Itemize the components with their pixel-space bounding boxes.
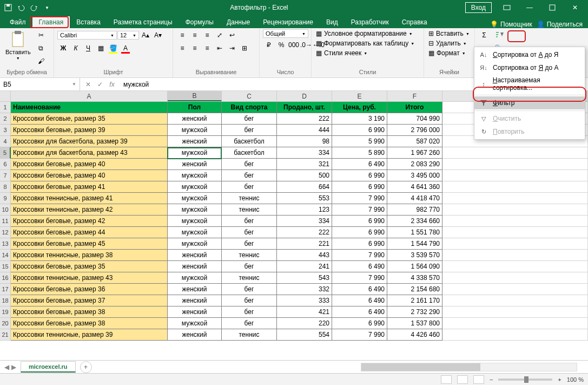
- tab-view[interactable]: Вид: [320, 16, 345, 28]
- data-cell[interactable]: 98: [277, 136, 332, 147]
- data-cell[interactable]: 334: [277, 147, 332, 159]
- row-header[interactable]: 16: [0, 272, 11, 284]
- align-bottom-icon[interactable]: ≡: [201, 29, 213, 41]
- tab-insert[interactable]: Вставка: [70, 16, 107, 28]
- data-cell[interactable]: 1 551 780: [387, 227, 442, 238]
- data-cell[interactable]: 7 990: [332, 204, 387, 216]
- row-header[interactable]: 19: [0, 306, 11, 318]
- data-cell[interactable]: 6 490: [332, 159, 387, 170]
- data-cell[interactable]: 3 190: [332, 113, 387, 125]
- row-header[interactable]: 18: [0, 295, 11, 306]
- format-as-table-button[interactable]: ▦Форматировать как таблицу▼: [315, 39, 415, 48]
- tab-help[interactable]: Справка: [395, 16, 434, 28]
- italic-icon[interactable]: К: [70, 42, 82, 54]
- zoom-out-icon[interactable]: −: [490, 376, 493, 383]
- data-cell[interactable]: Кроссовки беговые, размер 39: [11, 125, 168, 136]
- align-center-icon[interactable]: ≡: [189, 42, 201, 54]
- currency-icon[interactable]: ₽: [263, 39, 275, 51]
- number-format-combo[interactable]: Общий▼: [263, 29, 308, 38]
- data-cell[interactable]: 3 539 570: [387, 250, 442, 261]
- row-header[interactable]: 3: [0, 125, 11, 136]
- data-cell[interactable]: 3 495 000: [387, 170, 442, 181]
- header-cell[interactable]: Пол: [168, 102, 222, 113]
- data-cell[interactable]: Кроссовки беговые, размер 42: [11, 216, 168, 227]
- data-cell[interactable]: бег: [222, 125, 277, 136]
- row-header[interactable]: 8: [0, 181, 11, 193]
- prev-sheet-icon[interactable]: ◀: [4, 363, 9, 371]
- fill-color-icon[interactable]: 🪣: [107, 42, 119, 54]
- row-header[interactable]: 7: [0, 170, 11, 181]
- share-button[interactable]: 👤Поделиться: [537, 21, 583, 28]
- close-icon[interactable]: ✕: [564, 1, 586, 14]
- data-cell[interactable]: 4 426 460: [387, 329, 442, 341]
- data-cell[interactable]: 241: [277, 261, 332, 272]
- data-cell[interactable]: бег: [222, 227, 277, 238]
- row-header[interactable]: 2: [0, 113, 11, 125]
- cut-icon[interactable]: ✂: [35, 29, 47, 41]
- data-cell[interactable]: мужской: [168, 318, 222, 329]
- select-all-corner[interactable]: [0, 91, 11, 101]
- font-size-combo[interactable]: 12▼: [117, 31, 139, 40]
- page-layout-view-icon[interactable]: [457, 375, 468, 384]
- zoom-level[interactable]: 100 %: [567, 376, 584, 383]
- data-cell[interactable]: женский: [168, 113, 222, 125]
- data-cell[interactable]: Кроссовки теннисные, размер 38: [11, 250, 168, 261]
- font-name-combo[interactable]: Calibri▼: [57, 31, 117, 40]
- sort-filter-button[interactable]: [492, 29, 507, 41]
- data-cell[interactable]: бег: [222, 181, 277, 193]
- data-cell[interactable]: 1 544 790: [387, 238, 442, 250]
- col-header-C[interactable]: C: [222, 91, 277, 101]
- data-cell[interactable]: 332: [277, 284, 332, 295]
- sort-custom-item[interactable]: ↕Настраиваемая сортировка...: [474, 74, 585, 94]
- data-cell[interactable]: мужской: [168, 238, 222, 250]
- header-cell[interactable]: Продано, шт.: [277, 102, 332, 113]
- undo-icon[interactable]: [15, 2, 27, 14]
- data-cell[interactable]: Кроссовки теннисные, размер 42: [11, 204, 168, 216]
- enter-formula-icon[interactable]: ✓: [94, 81, 106, 88]
- header-cell[interactable]: Итого: [387, 102, 442, 113]
- data-cell[interactable]: теннис: [222, 329, 277, 341]
- data-cell[interactable]: женский: [168, 250, 222, 261]
- data-cell[interactable]: 6 990: [332, 170, 387, 181]
- autosum-icon[interactable]: Σ: [478, 29, 490, 41]
- empty-cell[interactable]: [442, 318, 588, 329]
- data-cell[interactable]: 2 334 660: [387, 216, 442, 227]
- data-cell[interactable]: 6 990: [332, 227, 387, 238]
- row-header[interactable]: 21: [0, 329, 11, 341]
- empty-cell[interactable]: [442, 272, 588, 284]
- row-header[interactable]: 9: [0, 193, 11, 204]
- data-cell[interactable]: баскетбол: [222, 147, 277, 159]
- sort-desc-item[interactable]: Я↓Сортировка от Я до А: [474, 61, 585, 74]
- data-cell[interactable]: 587 020: [387, 136, 442, 147]
- data-cell[interactable]: 222: [277, 227, 332, 238]
- align-middle-icon[interactable]: ≡: [189, 29, 201, 41]
- data-cell[interactable]: бег: [222, 159, 277, 170]
- empty-cell[interactable]: [442, 250, 588, 261]
- row-header[interactable]: 5: [0, 147, 11, 159]
- data-cell[interactable]: 5 990: [332, 136, 387, 147]
- delete-cells-button[interactable]: ⊟Удалить▼: [427, 39, 468, 48]
- filter-item[interactable]: Фильтр: [474, 96, 585, 109]
- copy-icon[interactable]: ⧉: [35, 42, 47, 54]
- data-cell[interactable]: бег: [222, 318, 277, 329]
- data-cell[interactable]: 4 338 570: [387, 272, 442, 284]
- data-cell[interactable]: Кроссовки беговые, размер 37: [11, 295, 168, 306]
- data-cell[interactable]: 6 490: [332, 306, 387, 318]
- empty-cell[interactable]: [442, 295, 588, 306]
- row-header[interactable]: 11: [0, 216, 11, 227]
- data-cell[interactable]: мужской: [168, 181, 222, 193]
- row-header[interactable]: 15: [0, 261, 11, 272]
- empty-cell[interactable]: [442, 227, 588, 238]
- data-cell[interactable]: Кроссовки для баскетбола, размер 43: [11, 147, 168, 159]
- decrease-indent-icon[interactable]: ⇤: [214, 42, 226, 54]
- row-header[interactable]: 6: [0, 159, 11, 170]
- minimize-icon[interactable]: —: [519, 1, 540, 14]
- row-header[interactable]: 13: [0, 238, 11, 250]
- data-cell[interactable]: 5 890: [332, 147, 387, 159]
- percent-icon[interactable]: %: [275, 39, 287, 51]
- fx-icon[interactable]: fx: [106, 81, 118, 88]
- empty-cell[interactable]: [442, 329, 588, 341]
- data-cell[interactable]: женский: [168, 284, 222, 295]
- zoom-slider[interactable]: [498, 379, 552, 381]
- orientation-icon[interactable]: ⤢: [214, 29, 226, 41]
